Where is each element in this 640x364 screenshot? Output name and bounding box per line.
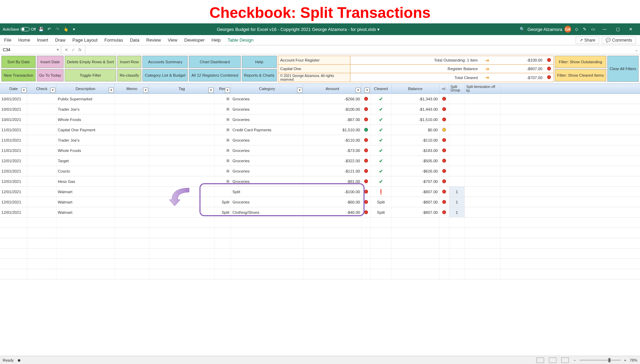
plusminus-cell[interactable] <box>362 207 371 217</box>
table-row-empty[interactable] <box>0 238 640 249</box>
table-row-empty[interactable] <box>0 249 640 259</box>
name-box[interactable]: ▼ <box>0 45 61 54</box>
memo-cell[interactable] <box>115 207 149 217</box>
tag-cell[interactable] <box>149 197 215 207</box>
description-cell[interactable]: Whole Foods <box>56 114 115 124</box>
plusminus-cell[interactable] <box>362 166 371 176</box>
balance-cell[interactable]: -$505.00 <box>391 156 440 166</box>
check-cell[interactable] <box>28 135 56 145</box>
plusminus2-cell[interactable] <box>440 197 449 207</box>
cleared-cell[interactable]: Split <box>371 197 391 207</box>
cleared-cell[interactable]: ✔ <box>371 125 391 135</box>
split-group-cell[interactable] <box>449 156 465 166</box>
date-cell[interactable]: 12/01/2021 <box>0 156 28 166</box>
undo-icon[interactable]: ↶ <box>46 26 52 32</box>
clear-all-filters-button[interactable]: Clear All Filters <box>607 56 639 82</box>
plusminus2-cell[interactable] <box>440 114 449 124</box>
col-split-group[interactable]: Split Group <box>449 84 465 93</box>
category-cell[interactable]: Groceries <box>231 176 303 186</box>
description-cell[interactable]: Target <box>56 156 115 166</box>
filter-cleared-button[interactable]: Filter: Show Cleared Items <box>555 69 606 81</box>
split-off-cell[interactable] <box>465 176 501 186</box>
date-cell[interactable]: 11/01/2021 <box>0 145 28 155</box>
plusminus-cell[interactable] <box>362 176 371 186</box>
table-row[interactable]: 10/01/2021Publix SupermarketRGroceries-$… <box>0 94 640 104</box>
table-row[interactable]: 10/01/2021Whole FoodsRGroceries-$67.00✔-… <box>0 114 640 125</box>
check-cell[interactable] <box>28 125 56 135</box>
search-icon[interactable]: 🔍 <box>519 26 525 32</box>
category-list-button[interactable]: Category List & Budget <box>142 69 188 81</box>
amount-cell[interactable]: -$81.00 <box>303 176 362 186</box>
table-row[interactable]: 12/01/2021WalmartSplitClothing/Shoes-$40… <box>0 207 640 218</box>
balance-cell[interactable]: -$626.00 <box>391 166 440 176</box>
plusminus2-cell[interactable] <box>440 94 449 104</box>
date-cell[interactable]: 10/01/2021 <box>0 114 28 124</box>
description-cell[interactable]: Trader Joe's <box>56 135 115 145</box>
amount-cell[interactable]: -$67.00 <box>303 114 362 124</box>
tag-cell[interactable] <box>149 187 215 197</box>
check-cell[interactable] <box>28 104 56 114</box>
split-off-cell[interactable] <box>465 187 501 197</box>
touch-icon[interactable]: 👆 <box>63 26 69 32</box>
plusminus2-cell[interactable] <box>440 145 449 155</box>
split-off-cell[interactable] <box>465 135 501 145</box>
chart-dashboard-button[interactable]: Chart Dashboard <box>189 56 240 68</box>
tag-cell[interactable] <box>149 135 215 145</box>
cleared-cell[interactable]: Split <box>371 207 391 217</box>
plusminus2-cell[interactable] <box>440 156 449 166</box>
tab-formulas[interactable]: Formulas <box>105 37 123 43</box>
split-off-cell[interactable] <box>465 125 501 135</box>
col-date[interactable]: Date▼ <box>0 84 28 93</box>
account-button[interactable]: George Alzamora GA <box>528 26 571 33</box>
table-row-empty[interactable] <box>0 259 640 269</box>
plusminus2-cell[interactable] <box>440 104 449 114</box>
tab-file[interactable]: File <box>4 37 11 43</box>
description-cell[interactable]: Walmart <box>56 187 115 197</box>
rec-cell[interactable]: R <box>215 166 231 176</box>
col-category[interactable]: Category▼ <box>231 84 303 93</box>
rec-cell[interactable]: R <box>215 94 231 104</box>
filter-dropdown-icon[interactable]: ▼ <box>143 88 148 93</box>
plusminus2-cell[interactable] <box>440 176 449 186</box>
accounts-summary-button[interactable]: Accounts Summary <box>142 56 188 68</box>
diamond-icon[interactable]: ◇ <box>573 26 579 32</box>
table-row[interactable]: 11/01/2021Whole FoodsRGroceries-$73.00✔-… <box>0 145 640 156</box>
table-row[interactable]: 12/01/2021WalmartSplit-$100.00❗-$807.001 <box>0 187 640 197</box>
split-off-cell[interactable] <box>465 94 501 104</box>
name-box-input[interactable] <box>2 47 59 53</box>
autosave-switch-icon[interactable] <box>21 27 30 31</box>
category-cell[interactable]: Clothing/Shoes <box>231 207 303 217</box>
tab-insert[interactable]: Insert <box>37 37 48 43</box>
formula-input[interactable] <box>87 47 631 53</box>
category-cell[interactable]: Groceries <box>231 114 303 124</box>
memo-cell[interactable] <box>115 197 149 207</box>
split-group-cell[interactable] <box>449 114 465 124</box>
plusminus-cell[interactable] <box>362 156 371 166</box>
check-cell[interactable] <box>28 114 56 124</box>
description-cell[interactable]: Whole Foods <box>56 145 115 155</box>
date-cell[interactable]: 10/01/2021 <box>0 104 28 114</box>
category-cell[interactable]: Groceries <box>231 197 303 207</box>
tab-developer[interactable]: Developer <box>184 37 205 43</box>
balance-cell[interactable]: -$1,510.00 <box>391 114 440 124</box>
memo-cell[interactable] <box>115 166 149 176</box>
amount-cell[interactable]: -$100.00 <box>303 104 362 114</box>
rec-cell[interactable]: R <box>215 145 231 155</box>
cleared-cell[interactable]: ✔ <box>371 145 391 155</box>
check-cell[interactable] <box>28 197 56 207</box>
category-cell[interactable]: Groceries <box>231 156 303 166</box>
date-cell[interactable]: 12/01/2021 <box>0 187 28 197</box>
rec-cell[interactable]: R <box>215 135 231 145</box>
cleared-cell[interactable]: ✔ <box>371 156 391 166</box>
tab-page-layout[interactable]: Page Layout <box>73 37 98 43</box>
all-registers-button[interactable]: All 12 Registers Combined <box>189 69 240 81</box>
pen-icon[interactable]: ✎ <box>582 26 588 32</box>
check-cell[interactable] <box>28 166 56 176</box>
check-cell[interactable] <box>28 207 56 217</box>
split-off-cell[interactable] <box>465 104 501 114</box>
cleared-cell[interactable]: ❗ <box>371 187 391 197</box>
enter-icon[interactable]: ✓ <box>72 47 75 52</box>
comments-button[interactable]: 💬 Comments <box>602 36 636 44</box>
col-check[interactable]: Check▼ <box>28 84 56 93</box>
delete-empty-rows-button[interactable]: Delete Empty Rows & Sort <box>65 56 116 68</box>
